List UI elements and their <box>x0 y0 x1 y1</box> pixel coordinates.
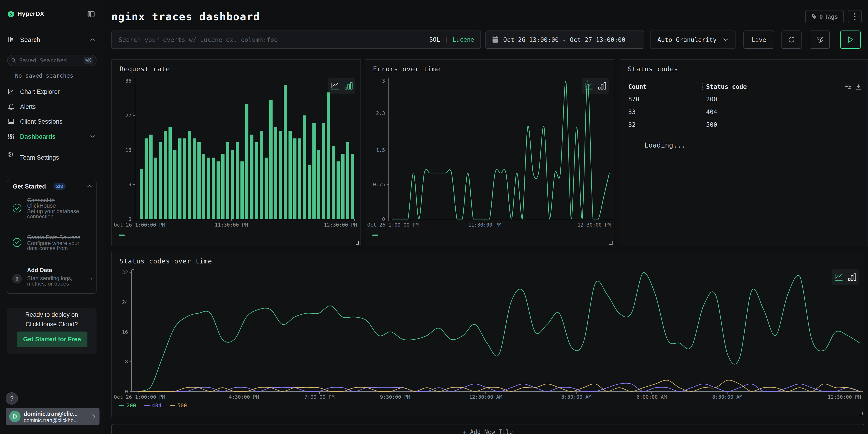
panel-request-rate: Request rate 36271890Oct 26 1:00:00 PM11… <box>111 59 361 246</box>
help-button[interactable]: ? <box>6 392 18 405</box>
chevron-up-icon[interactable] <box>87 184 92 188</box>
bell-icon <box>8 103 14 110</box>
step-number-badge: 3 <box>12 274 22 283</box>
avatar: D <box>9 411 21 422</box>
resize-handle[interactable] <box>609 241 613 245</box>
filter-icon <box>816 35 824 44</box>
svg-text:12:30:00 PM: 12:30:00 PM <box>578 222 611 228</box>
svg-text:11:30:00 PM: 11:30:00 PM <box>468 222 501 228</box>
svg-text:9: 9 <box>128 182 131 187</box>
svg-text:32: 32 <box>122 270 128 275</box>
refresh-button[interactable] <box>781 31 802 49</box>
legend-dash <box>169 405 175 406</box>
legend-dash <box>144 405 150 406</box>
shortcut-badge: ⌘K <box>84 57 93 64</box>
saved-searches-input[interactable] <box>19 57 72 64</box>
sidebar-item-team-settings[interactable]: Team Settings <box>20 154 59 161</box>
chevron-right-icon <box>92 414 95 420</box>
svg-text:8: 8 <box>125 359 128 365</box>
wrap-text-icon[interactable] <box>844 84 851 90</box>
lucene-mode-toggle[interactable]: Lucene <box>453 36 474 43</box>
svg-text:0: 0 <box>382 216 385 222</box>
tag-icon <box>811 14 817 20</box>
get-started-free-button[interactable]: Get Started for Free <box>17 332 87 347</box>
table-cell-status[interactable]: 500 <box>706 122 717 128</box>
event-search-input[interactable] <box>118 36 425 43</box>
status-codes-over-time-chart[interactable]: 32241680Oct 26 1:00:00 PM4:30:00 PM7:00:… <box>112 252 864 417</box>
run-query-button[interactable] <box>840 31 861 49</box>
svg-text:3:30:00 AM: 3:30:00 AM <box>561 394 591 400</box>
table-cell-status[interactable]: 404 <box>706 109 717 115</box>
svg-text:12:30:00 PM: 12:30:00 PM <box>324 222 357 228</box>
svg-text:12:30:00 AM: 12:30:00 AM <box>469 394 502 400</box>
promo-line2: ClickHouse Cloud? <box>7 321 97 328</box>
errors-over-time-chart[interactable]: 32.31.50.750Oct 26 1:00:00 PM11:30:00 PM… <box>365 60 614 246</box>
filter-button[interactable] <box>810 31 830 49</box>
granularity-select[interactable]: Auto Granularity <box>650 31 736 49</box>
svg-text:36: 36 <box>125 78 132 84</box>
sidebar-item-chart-explorer[interactable]: Chart Explorer <box>20 88 60 95</box>
resize-handle[interactable] <box>859 412 863 415</box>
sidebar-divider <box>0 47 105 48</box>
legend-dash <box>119 405 124 406</box>
play-icon <box>847 36 854 43</box>
sidebar-item-client-sessions[interactable]: Client Sessions <box>20 118 62 125</box>
step-subtitle: metrics, or traces <box>27 281 69 286</box>
user-menu[interactable]: D dominic.tran@clic... dominic.tran@clic… <box>6 408 99 425</box>
step-title[interactable]: Add Data <box>27 267 52 273</box>
chevron-down-icon <box>723 38 728 41</box>
sidebar: HyperDX Search ⌘K No saved searches Char… <box>0 0 105 434</box>
hyperdx-app: HyperDX Search ⌘K No saved searches Char… <box>0 0 868 434</box>
tags-button[interactable]: 0 Tags <box>805 10 844 23</box>
request-rate-chart[interactable]: 36271890Oct 26 1:00:00 PM11:30:00 PM12:3… <box>112 60 361 246</box>
svg-text:12:30:00 PM: 12:30:00 PM <box>828 394 861 400</box>
resize-handle[interactable] <box>356 241 359 245</box>
legend-item: 404 <box>144 403 162 408</box>
sidebar-item-dashboards[interactable]: Dashboards <box>20 133 56 140</box>
user-email: dominic.tran@clickho... <box>24 417 78 423</box>
column-separator[interactable] <box>702 83 703 90</box>
table-cell-status[interactable]: 200 <box>706 96 717 102</box>
svg-text:9:30:00 PM: 9:30:00 PM <box>380 394 410 400</box>
gear-icon: ⚙ <box>8 151 14 158</box>
sidebar-item-search[interactable]: Search <box>20 36 40 43</box>
svg-text:18: 18 <box>125 147 132 153</box>
calendar-icon <box>492 36 499 43</box>
legend-item: 500 <box>169 403 187 408</box>
svg-text:27: 27 <box>125 113 132 118</box>
brand-name: HyperDX <box>17 10 44 17</box>
svg-text:6:00:00 AM: 6:00:00 AM <box>637 394 667 400</box>
refresh-icon <box>787 35 796 44</box>
hyperdx-logo-icon <box>7 10 14 18</box>
get-started-card: Get Started 2/3 Connect to ClickHouse Se… <box>7 180 97 294</box>
sql-mode-toggle[interactable]: SQL <box>429 36 440 43</box>
svg-text:1.5: 1.5 <box>376 147 385 153</box>
date-range-picker[interactable]: Oct 26 13:00:00 - Oct 27 13:00:00 <box>486 31 644 49</box>
table-cell-count[interactable]: 870 <box>628 96 640 102</box>
panel-menu-button[interactable] <box>848 10 862 23</box>
date-range-value: Oct 26 13:00:00 - Oct 27 13:00:00 <box>503 36 625 43</box>
step-subtitle: data comes from <box>27 245 68 251</box>
saved-searches-box[interactable]: ⌘K <box>7 55 97 66</box>
table-cell-count[interactable]: 32 <box>628 122 636 128</box>
table-header-count[interactable]: Count <box>628 84 647 90</box>
arrow-right-icon[interactable]: → <box>87 274 94 282</box>
add-new-tile-button[interactable]: + Add New Tile <box>111 424 864 434</box>
table-cell-count[interactable]: 33 <box>628 109 636 115</box>
download-icon[interactable] <box>855 84 862 90</box>
event-search-box[interactable]: SQL | Lucene <box>111 31 481 49</box>
table-header-status-code[interactable]: Status code <box>706 84 747 90</box>
sidebar-item-alerts[interactable]: Alerts <box>20 103 36 110</box>
live-button[interactable]: Live <box>743 31 774 49</box>
chevron-down-icon[interactable] <box>89 134 95 138</box>
svg-text:Oct 26 1:00:00 PM: Oct 26 1:00:00 PM <box>367 222 418 228</box>
chevron-up-icon[interactable] <box>89 38 95 41</box>
page-title: nginx traces dashboard <box>111 11 260 22</box>
loading-text: Loading... <box>644 141 686 149</box>
collapse-sidebar-icon[interactable] <box>87 11 95 17</box>
step-subtitle: connection <box>27 214 54 219</box>
legend-label: 404 <box>152 403 162 408</box>
svg-text:11:30:00 PM: 11:30:00 PM <box>215 222 248 228</box>
tags-label: 0 Tags <box>819 13 838 20</box>
clickhouse-promo-card: Ready to deploy on ClickHouse Cloud? Get… <box>7 308 97 354</box>
